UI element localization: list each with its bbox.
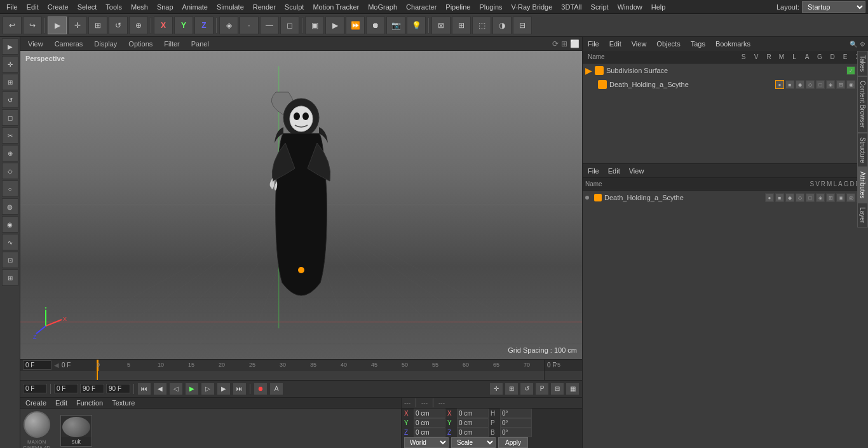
timeline-view-button[interactable]: ▦: [566, 383, 580, 395]
mat-create-menu[interactable]: Create: [23, 398, 49, 408]
death-tag6-icon[interactable]: ◉: [846, 80, 855, 89]
workplane-button[interactable]: ⬚: [472, 17, 491, 34]
material-slot-0[interactable]: suit: [60, 415, 92, 447]
menu-mesh[interactable]: Mesh: [127, 2, 152, 12]
z-pos-input[interactable]: [414, 428, 445, 437]
autokey-toggle-button[interactable]: P: [535, 383, 549, 395]
subdivision-expand-icon[interactable]: ▶: [585, 65, 592, 76]
move-keys-button[interactable]: ✛: [489, 383, 503, 395]
scene-icon-9[interactable]: ◎: [846, 193, 855, 202]
y-pos-input[interactable]: [414, 418, 445, 428]
play-button[interactable]: ▶: [185, 383, 199, 395]
obj-view-menu[interactable]: View: [629, 39, 649, 49]
menu-select[interactable]: Select: [74, 2, 101, 12]
menu-snap[interactable]: Snap: [153, 2, 177, 12]
scene-file-menu[interactable]: File: [585, 166, 602, 176]
obj-search-icon[interactable]: 🔍: [850, 41, 857, 48]
menu-animate[interactable]: Animate: [179, 2, 212, 12]
scene-icon-2[interactable]: ■: [775, 193, 784, 202]
next-key-button[interactable]: ▷: [201, 383, 215, 395]
prev-key-button[interactable]: ◁: [169, 383, 183, 395]
scene-icon-4[interactable]: ◇: [796, 193, 804, 202]
vp-tab-panel[interactable]: Panel: [186, 39, 214, 49]
obj-objects-menu[interactable]: Objects: [654, 39, 682, 49]
menu-create[interactable]: Create: [44, 2, 72, 12]
select-tool-button[interactable]: ▶: [48, 17, 67, 34]
vtab-structure[interactable]: Structure: [857, 133, 868, 168]
render-region-button[interactable]: ▣: [305, 17, 324, 34]
display-button[interactable]: ◑: [492, 17, 512, 34]
record-keyframe-button[interactable]: ⏺: [254, 383, 268, 395]
edge-mode-button[interactable]: —: [260, 17, 279, 34]
menu-sculpt[interactable]: Sculpt: [281, 2, 308, 12]
obj-row-death[interactable]: Death_Holding_a_Scythe ● ■ ◆ ◇ □ ◈ ⊞ ◉ ◎: [583, 78, 868, 92]
light-button[interactable]: 💡: [407, 17, 426, 34]
menu-edit[interactable]: Edit: [23, 2, 43, 12]
menu-file[interactable]: File: [3, 2, 22, 12]
left-knife-btn[interactable]: ✂: [2, 127, 18, 144]
timeline-track-area[interactable]: [97, 371, 544, 380]
undo-button[interactable]: ↩: [3, 17, 22, 34]
render-active-button[interactable]: ▶: [325, 17, 344, 34]
vp-tab-filter[interactable]: Filter: [159, 39, 184, 49]
p-rot-input[interactable]: [500, 418, 532, 428]
obj-edit-menu[interactable]: Edit: [607, 39, 624, 49]
scene-icon-1[interactable]: ●: [765, 193, 774, 202]
vtab-content-browser[interactable]: Content Browser: [857, 76, 868, 132]
redo-button[interactable]: ↪: [23, 17, 42, 34]
snap-button[interactable]: ⊠: [431, 17, 451, 34]
scene-icon-6[interactable]: ◈: [816, 193, 825, 202]
death-tag2-icon[interactable]: ◇: [806, 80, 815, 89]
motion-mode-button[interactable]: ⊟: [550, 383, 564, 395]
mat-edit-menu[interactable]: Edit: [53, 398, 70, 408]
vp-tab-display[interactable]: Display: [89, 39, 122, 49]
left-magnet-btn[interactable]: ◉: [2, 216, 18, 233]
death-dot-icon[interactable]: ●: [775, 80, 784, 89]
vtab-attributes[interactable]: Attributes: [857, 167, 868, 203]
left-camera-btn[interactable]: ⊡: [2, 252, 18, 268]
rotate-tool-button[interactable]: ↺: [109, 17, 128, 34]
obj-file-menu[interactable]: File: [585, 39, 602, 49]
object-mode-button[interactable]: ◈: [219, 17, 238, 34]
obj-row-subdivision[interactable]: ▶ Subdivision Surface ✓ ●: [583, 64, 868, 78]
obj-check-icon[interactable]: ✓: [846, 66, 855, 75]
go-to-start-button[interactable]: ⏮: [137, 383, 151, 395]
left-poly-btn[interactable]: ◻: [2, 109, 18, 126]
left-move-btn[interactable]: ✛: [2, 56, 18, 72]
menu-simulate[interactable]: Simulate: [213, 2, 248, 12]
left-brush-btn[interactable]: ○: [2, 180, 18, 197]
prev-frame-button[interactable]: ◀: [153, 383, 167, 395]
layout-dropdown[interactable]: Startup: [802, 1, 865, 13]
x-axis-button[interactable]: X: [154, 17, 173, 34]
scale-dropdown[interactable]: Scale: [451, 437, 496, 448]
obj-settings-icon[interactable]: ⚙: [860, 41, 865, 48]
viewport[interactable]: Perspective X Y Z Grid Spacing : 100 cm: [20, 51, 582, 359]
filter-button[interactable]: ⊟: [513, 17, 532, 34]
scene-icon-8[interactable]: ◉: [836, 193, 845, 202]
left-measure-btn[interactable]: ⊞: [2, 269, 18, 286]
vp-tab-cameras[interactable]: Cameras: [50, 39, 88, 49]
move-tool-button[interactable]: ✛: [68, 17, 87, 34]
apply-button[interactable]: Apply: [498, 437, 528, 448]
grid-button[interactable]: ⊞: [452, 17, 471, 34]
menu-plugins[interactable]: Plugins: [475, 2, 506, 12]
vp-tab-options[interactable]: Options: [123, 39, 158, 49]
obj-bookmarks-menu[interactable]: Bookmarks: [713, 39, 753, 49]
menu-mograph[interactable]: MoGraph: [364, 2, 401, 12]
vp-expand-icon[interactable]: ⬜: [570, 39, 580, 48]
death-tex-icon[interactable]: ■: [785, 80, 794, 89]
playback-frame-input[interactable]: [23, 384, 47, 393]
menu-3dtall[interactable]: 3DTAll: [557, 2, 585, 12]
scene-row-death[interactable]: Death_Holding_a_Scythe ● ■ ◆ ◇ □ ◈ ⊞ ◉ ◎…: [583, 191, 868, 205]
go-to-end-button[interactable]: ⏭: [233, 383, 247, 395]
menu-window[interactable]: Window: [614, 2, 646, 12]
menu-render[interactable]: Render: [249, 2, 280, 12]
left-spline-btn[interactable]: ∿: [2, 234, 18, 250]
playback-start-input[interactable]: [54, 384, 78, 393]
menu-pipeline[interactable]: Pipeline: [442, 2, 474, 12]
z-rot-input[interactable]: [457, 428, 489, 437]
left-paint-btn[interactable]: ◍: [2, 198, 18, 215]
obj-tags-menu[interactable]: Tags: [688, 39, 708, 49]
menu-character[interactable]: Character: [402, 2, 440, 12]
vtab-takes[interactable]: Takes: [857, 51, 868, 76]
